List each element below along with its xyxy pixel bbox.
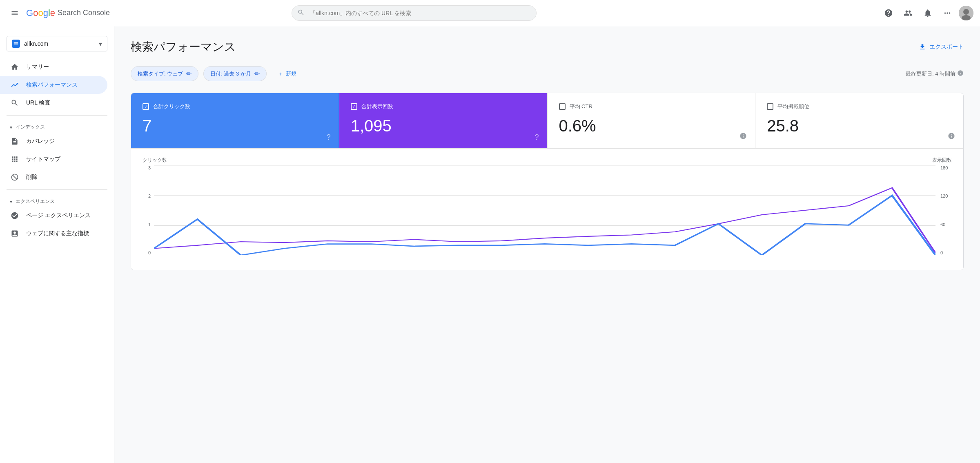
svg-point-1 [963,9,969,15]
sidebar: allkn.com ▾ サマリー 検索パフォーマンス [0,26,114,463]
metric-avg-position[interactable]: 平均掲載順位 25.8 [755,93,963,148]
help-icon-position[interactable] [948,132,955,142]
help-icon-clicks[interactable]: ? [327,133,331,142]
logo-product-name: Search Console [58,9,110,17]
page-header: 検索パフォーマンス エクスポート [131,39,964,55]
chart-area: クリック数 表示回数 3 2 1 0 180 120 60 [131,149,963,270]
impressions-value: 1,095 [351,117,536,135]
position-value: 25.8 [767,117,952,135]
sidebar-item-summary[interactable]: サマリー [0,58,107,76]
y-right-0: 0 [940,250,952,255]
chart-y-right-label: 表示回数 [932,157,952,164]
header-actions [880,5,973,21]
accounts-button[interactable] [900,5,916,21]
index-section-label: ▾ インデックス [0,119,114,132]
date-filter[interactable]: 日付: 過去 3 か月 ✏ [203,66,267,81]
apps-button[interactable] [939,5,956,21]
experience-section-label: ▾ エクスペリエンス [0,193,114,207]
edit-icon: ✏ [186,70,192,78]
avatar[interactable] [959,6,973,20]
search-type-filter[interactable]: 検索タイプ: ウェブ ✏ [131,66,198,81]
sidebar-item-label-coverage: カバレッジ [26,138,55,145]
experience-collapse-icon[interactable]: ▾ [10,199,12,205]
sidebar-item-search-performance[interactable]: 検索パフォーマンス [0,76,107,94]
info-icon [957,70,964,78]
y-right-60: 60 [940,222,952,227]
sidebar-item-label-page-experience: ページ エクスペリエンス [26,212,91,219]
home-icon [10,63,20,71]
chart-svg-container [154,165,935,255]
chart-svg [154,165,935,255]
y-left-0: 0 [143,250,151,255]
web-vitals-icon [10,229,20,238]
site-icon [12,40,20,48]
page-title: 検索パフォーマンス [131,39,236,55]
filter-label-date: 日付: 過去 3 か月 [210,70,251,78]
sidebar-item-label-search-performance: 検索パフォーマンス [26,81,78,89]
ctr-value: 0.6% [559,117,744,135]
page-experience-icon [10,211,20,220]
add-filter-button[interactable]: ＋ 新規 [272,67,303,81]
removals-icon [10,173,20,181]
sitemaps-icon [10,155,20,163]
filter-label-search-type: 検索タイプ: ウェブ [138,70,183,78]
y-right-120: 120 [940,194,952,198]
metric-total-clicks[interactable]: ✓ 合計クリック数 7 ? [131,93,339,148]
ctr-checkbox[interactable] [559,103,566,110]
site-selector[interactable]: allkn.com ▾ [7,36,107,51]
notifications-button[interactable] [920,5,936,21]
help-icon-impressions[interactable]: ? [535,133,539,142]
y-right-180: 180 [940,165,952,170]
filter-bar: 検索タイプ: ウェブ ✏ 日付: 過去 3 か月 ✏ ＋ 新規 最終更新日: 4… [131,66,964,81]
sidebar-divider-2 [7,189,107,190]
sidebar-item-sitemaps[interactable]: サイトマップ [0,150,107,168]
impressions-line [154,188,935,253]
dropdown-arrow-icon: ▾ [99,40,102,48]
metrics-cards: ✓ 合計クリック数 7 ? ✓ 合計表示回数 1,095 ? [131,93,963,149]
sidebar-item-page-experience[interactable]: ページ エクスペリエンス [0,207,107,225]
sidebar-item-label-sitemaps: サイトマップ [26,156,60,163]
menu-button[interactable] [7,5,23,21]
export-button[interactable]: エクスポート [919,43,964,51]
trending-icon [10,81,20,89]
search-input[interactable] [292,5,537,21]
clicks-line [154,196,935,255]
site-name: allkn.com [24,40,99,47]
metric-avg-ctr[interactable]: 平均 CTR 0.6% [548,93,756,148]
impressions-checkbox[interactable]: ✓ [351,103,357,110]
clicks-value: 7 [143,117,327,135]
metrics-container: ✓ 合計クリック数 7 ? ✓ 合計表示回数 1,095 ? [131,93,964,270]
last-updated: 最終更新日: 4 時間前 [906,70,964,78]
sidebar-divider [7,115,107,116]
sidebar-item-label-url-inspection: URL 検査 [26,99,50,107]
help-icon-ctr[interactable] [739,132,747,142]
main-layout: allkn.com ▾ サマリー 検索パフォーマンス [0,26,980,463]
logo: Google Search Console [26,8,110,18]
main-content: 検索パフォーマンス エクスポート 検索タイプ: ウェブ ✏ 日付: 過去 3 か… [114,26,980,463]
sidebar-item-removals[interactable]: 削除 [0,168,107,186]
logo-google: Google [26,8,55,18]
y-left-3: 3 [143,165,151,170]
header: Google Search Console [0,0,980,26]
chart-y-left-label: クリック数 [143,157,167,164]
plus-icon: ＋ [278,70,283,78]
y-left-1: 1 [143,222,151,227]
chart-wrapper: 3 2 1 0 180 120 60 0 [143,165,952,263]
index-collapse-icon[interactable]: ▾ [10,125,12,130]
coverage-icon [10,137,20,145]
sidebar-item-label-removals: 削除 [26,174,38,181]
sidebar-item-url-inspection[interactable]: URL 検査 [0,94,107,112]
sidebar-item-label-summary: サマリー [26,63,49,71]
help-button[interactable] [880,5,897,21]
search-nav-icon [10,99,20,107]
y-left-2: 2 [143,194,151,198]
search-icon [297,9,305,17]
sidebar-item-web-vitals[interactable]: ウェブに関する主な指標 [0,225,107,243]
search-bar [292,5,537,21]
metric-total-impressions[interactable]: ✓ 合計表示回数 1,095 ? [339,93,548,148]
edit-date-icon: ✏ [254,70,260,78]
sidebar-item-label-web-vitals: ウェブに関する主な指標 [26,230,89,237]
sidebar-item-coverage[interactable]: カバレッジ [0,132,107,150]
position-checkbox[interactable] [767,103,773,110]
clicks-checkbox[interactable]: ✓ [143,103,149,110]
